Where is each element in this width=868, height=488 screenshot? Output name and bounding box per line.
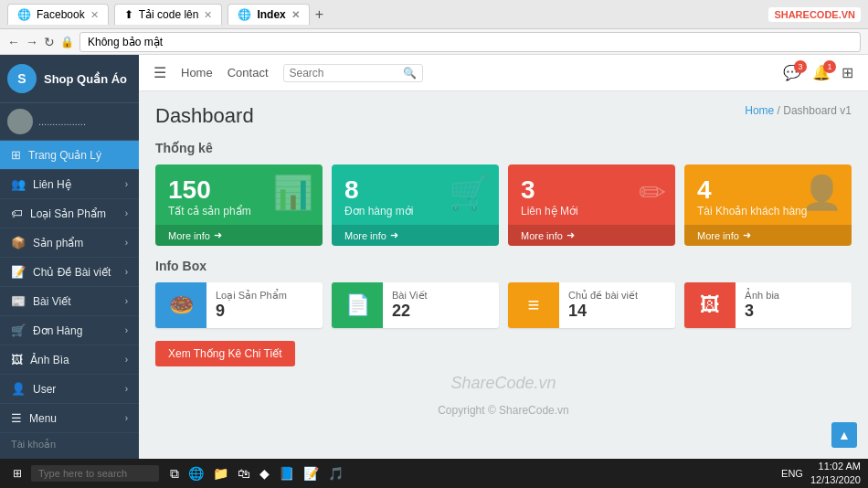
more-info-label: More info (344, 230, 386, 241)
tab-upload[interactable]: ⬆ Tải code lên ✕ (114, 4, 223, 25)
brand-avatar: S (7, 64, 37, 93)
more-info-accounts[interactable]: More info ➜ (684, 225, 852, 246)
bell-button[interactable]: 🔔 1 (812, 64, 831, 81)
brand-name: Shop Quần Áo (44, 72, 127, 86)
toggle-button[interactable]: ☰ (153, 64, 166, 81)
more-info-contacts[interactable]: More info ➜ (508, 225, 675, 246)
store-icon[interactable]: 🛍 (238, 466, 250, 481)
taskbar-search-input[interactable] (31, 465, 159, 482)
search-box: 🔍 (283, 64, 423, 82)
browser-tabs-bar: 🌐 Facebook ✕ ⬆ Tải code lên ✕ 🌐 Index ✕ … (0, 0, 868, 29)
upload-icon: ⬆ (124, 8, 133, 21)
sidebar-item-menu[interactable]: ☰ Menu › (0, 404, 139, 433)
home-link[interactable]: Home (181, 66, 213, 80)
taskbar-time: 11:02 AM 12/13/2020 (810, 460, 861, 488)
watermark: ShareCode.vn (155, 366, 852, 400)
sidebar-item-trang-quan-ly[interactable]: ⊞ Trang Quản Lý (0, 141, 139, 170)
tab-index[interactable]: 🌐 Index ✕ (228, 4, 309, 25)
nav-label: Đơn Hàng (33, 324, 82, 337)
nav-label: Loại Sản Phẩm (30, 207, 106, 220)
contact-icon: 👥 (11, 177, 26, 191)
sidebar-item-chu-de[interactable]: 📝 Chủ Đề Bài viết › (0, 258, 139, 287)
nav-label: Trang Quản Lý (28, 149, 101, 162)
info-label-anh-bia: Ảnh bia (745, 290, 779, 302)
address-bar[interactable] (79, 32, 861, 52)
time-display: 11:02 AM (810, 460, 861, 473)
stats-section-title: Thống kê (155, 141, 852, 155)
nav-label: Liên Hệ (33, 178, 71, 191)
refresh-button[interactable]: ↻ (44, 35, 55, 49)
sidebar-item-bai-viet[interactable]: 📰 Bài Viết › (0, 287, 139, 316)
messages-button[interactable]: 💬 3 (783, 64, 801, 81)
tab-facebook[interactable]: 🌐 Facebook ✕ (7, 4, 109, 25)
grid-apps-button[interactable]: ⊞ (842, 64, 853, 81)
info-number-anh-bia: 3 (745, 302, 779, 321)
chart-icon: 📊 (272, 174, 313, 212)
info-label-bai-viet: Bài Viết (392, 290, 428, 302)
task-view-icon[interactable]: ⧉ (170, 466, 179, 482)
info-content-loai: Loại Sản Phẩm 9 (206, 282, 296, 328)
more-info-products[interactable]: More info ➜ (155, 225, 323, 246)
sidebar-item-lien-he[interactable]: 👥 Liên Hệ › (0, 170, 139, 199)
scroll-to-top-button[interactable]: ▲ (831, 422, 857, 448)
grid-icon: ⊞ (11, 148, 21, 162)
stat-card-contacts: 3 Liên hệ Mới ✏ More info ➜ (508, 164, 675, 246)
chevron-icon: › (125, 325, 128, 335)
pie-chart-icon: 🍩 (155, 282, 206, 328)
start-button[interactable]: ⊞ (7, 465, 27, 482)
chevron-icon: › (125, 384, 128, 394)
app-wrapper: S Shop Quần Áo ................. ⊞ Trang… (0, 55, 868, 488)
app1-icon[interactable]: ◆ (259, 466, 270, 481)
product-icon: 📦 (11, 236, 26, 249)
back-button[interactable]: ← (7, 35, 20, 49)
taskbar-icons: ⧉ 🌐 📁 🛍 ◆ 📘 📝 🎵 (170, 466, 344, 482)
nav-label: Menu (29, 412, 57, 425)
tab-close-index[interactable]: ✕ (291, 9, 300, 21)
info-content-bai-viet: Bài Viết 22 (383, 282, 437, 328)
forward-button[interactable]: → (26, 35, 38, 49)
messages-badge: 3 (794, 60, 807, 73)
sidebar-user: ................. (0, 103, 139, 141)
nav-label: Chủ Đề Bài viết (33, 266, 111, 279)
tab-close-upload[interactable]: ✕ (204, 9, 212, 21)
contact-link[interactable]: Contact (228, 66, 269, 80)
page-header: Dashboard Home / Dashboard v1 (155, 104, 852, 128)
more-info-label: More info (168, 230, 210, 241)
app2-icon[interactable]: 📘 (279, 466, 294, 481)
sidebar-item-anh-bia[interactable]: 🖼 Ảnh Bìa › (0, 345, 139, 375)
nav-label: Bài Viết (33, 295, 70, 308)
info-number-chu-de: 14 (568, 302, 638, 321)
stat-card-products: 150 Tất cả sản phẩm 📊 More info ➜ (155, 164, 323, 246)
account-section-label: Tài khoản (0, 433, 139, 452)
app4-icon[interactable]: 🎵 (328, 466, 344, 481)
document-icon: 📄 (332, 282, 383, 328)
detail-button[interactable]: Xem Thống Kê Chi Tiết (155, 341, 295, 366)
sidebar-item-don-hang[interactable]: 🛒 Đơn Hàng › (0, 316, 139, 345)
chevron-icon: › (125, 179, 128, 189)
more-info-label: More info (521, 230, 563, 241)
breadcrumb-home[interactable]: Home (745, 104, 774, 117)
more-info-orders[interactable]: More info ➜ (332, 225, 499, 246)
tab-label: Facebook (37, 8, 85, 21)
sidebar-item-loai-san-pham[interactable]: 🏷 Loại Sản Phẩm › (0, 199, 139, 228)
user-icon: 👤 (11, 382, 26, 396)
chevron-icon: › (125, 208, 128, 218)
stats-grid: 150 Tất cả sản phẩm 📊 More info ➜ 8 Đơn … (155, 164, 852, 246)
sidebar-item-san-pham[interactable]: 📦 Sản phẩm › (0, 228, 139, 258)
search-input[interactable] (290, 67, 399, 80)
app3-icon[interactable]: 📝 (303, 466, 319, 481)
stat-card-accounts: 4 Tài Khoản khách hàng 👤 More info ➜ (684, 164, 852, 246)
explorer-icon[interactable]: 📁 (213, 466, 228, 481)
taskbar-right: ENG 11:02 AM 12/13/2020 (781, 460, 861, 488)
user-name: ................. (38, 116, 86, 127)
new-tab-button[interactable]: + (315, 6, 323, 23)
breadcrumb-current: Dashboard v1 (783, 104, 852, 117)
browser-taskbar-icon[interactable]: 🌐 (188, 466, 204, 481)
stat-card-orders: 8 Đơn hàng mới 🛒 More info ➜ (332, 164, 499, 246)
chevron-icon: › (125, 355, 128, 365)
image-cover-icon: 🖼 (684, 282, 736, 328)
content-area: ☰ Home Contact 🔍 💬 3 🔔 1 ⊞ (139, 55, 868, 488)
tab-close-facebook[interactable]: ✕ (90, 9, 99, 21)
taskbar-lang: ENG (781, 468, 803, 479)
sidebar-item-user[interactable]: 👤 User › (0, 375, 139, 404)
